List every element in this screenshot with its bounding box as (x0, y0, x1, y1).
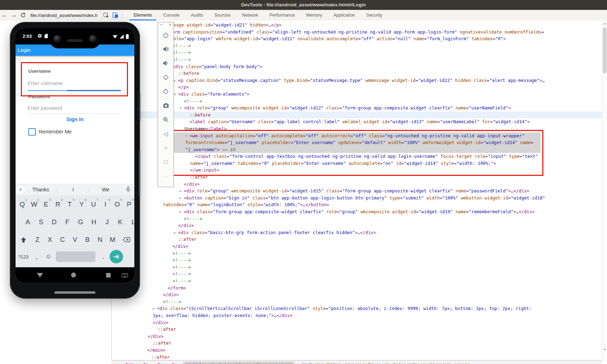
key-t[interactable]: T5 (64, 201, 76, 208)
comma-key[interactable]: , (31, 253, 42, 261)
device-toolbar-toggle[interactable] (111, 11, 120, 19)
code-line[interactable]: </div> (112, 222, 602, 229)
key-v[interactable]: V (69, 236, 81, 244)
toolbar-minimize-button[interactable]: – (160, 22, 163, 28)
code-line[interactable]: <!----> (112, 278, 602, 285)
key-p[interactable]: P0 (123, 201, 134, 208)
remember-me-checkbox[interactable] (28, 128, 36, 136)
key-m[interactable]: M (106, 236, 119, 244)
key-c[interactable]: C (56, 236, 69, 244)
sign-in-button[interactable]: Sign in (16, 117, 134, 122)
enter-key[interactable] (110, 250, 123, 263)
code-line[interactable]: <!----> (112, 49, 602, 56)
key-f[interactable]: F (61, 218, 74, 226)
code-line[interactable]: ::after (112, 340, 602, 347)
code-line[interactable]: ▼<div class="form-elements"> (112, 91, 602, 98)
code-line[interactable]: </div> (112, 333, 602, 340)
nav-home-icon[interactable] (71, 273, 76, 278)
code-line[interactable]: 0" role="app-login" wmform widget-id="wi… (112, 35, 602, 42)
key-k[interactable]: K (113, 218, 127, 226)
code-line[interactable]: ▶<div class="basic-btn-grp form-action p… (112, 229, 602, 236)
key-w[interactable]: W2 (28, 201, 40, 208)
reload-button[interactable] (18, 11, 28, 20)
symbols-key[interactable]: ?123 (16, 254, 31, 259)
rotate-right-button[interactable] (162, 84, 169, 99)
code-line[interactable]: ::before (112, 70, 602, 77)
code-line[interactable]: </p> (112, 84, 602, 91)
key-i[interactable]: I8 (99, 201, 111, 208)
code-line[interactable]: <label caption="Username" class="app-lab… (112, 118, 602, 125)
back-button[interactable]: ← (0, 11, 9, 20)
forward-button[interactable]: → (9, 11, 18, 20)
code-line[interactable]: ▼<div class="panel-body form-body"> (112, 63, 602, 70)
breadcrumb-item-wm-input[interactable]: wm-input.ng-untouched.ng-pristine.ng-val… (183, 362, 294, 364)
suggestion-1[interactable]: Thanks (25, 187, 57, 192)
key-z[interactable]: Z (31, 236, 43, 244)
code-line[interactable]: </div> (112, 243, 602, 250)
code-line[interactable]: <!----> (112, 42, 602, 49)
breadcrumb-item-input[interactable]: input#widget-id14.form-control.app-textb… (299, 362, 472, 364)
nav-back-icon[interactable] (37, 273, 43, 278)
back-button-device[interactable]: ◁ (164, 127, 168, 141)
mic-button[interactable] (122, 186, 134, 192)
key-h[interactable]: H (87, 218, 100, 226)
code-line[interactable]: ▶<div role="group" wmcomposite widget-id… (112, 187, 602, 195)
tab-audits[interactable]: Audits (185, 10, 209, 20)
code-line[interactable]: <!----> (112, 270, 602, 278)
key-u[interactable]: U7 (88, 201, 100, 208)
key-a[interactable]: A (21, 218, 34, 226)
home-button-device[interactable]: ○ (164, 141, 168, 155)
scroll-up-arrow[interactable]: ▲ (602, 21, 607, 26)
suggestion-expand-button[interactable]: > (16, 185, 25, 194)
code-line[interactable]: </main> (112, 347, 602, 354)
breadcrumb-item-div[interactable]: div (155, 362, 164, 364)
key-n[interactable]: N (94, 236, 106, 244)
key-r[interactable]: R4 (52, 201, 64, 208)
breadcrumb-item-form[interactable]: form (124, 362, 136, 364)
tab-console[interactable]: Console (158, 10, 185, 20)
code-line[interactable]: mmessage widget-id="widget-id21" hidden>… (112, 22, 602, 29)
code-line[interactable]: ::after (112, 326, 602, 333)
code-line[interactable]: tabindex="0" name="loginButton" style="w… (112, 201, 602, 208)
tab-application[interactable]: Application (328, 10, 361, 20)
code-line[interactable]: </div> (112, 181, 602, 188)
code-line[interactable]: ▼<div role="group" wmcomposite widget-id… (112, 105, 602, 112)
code-line[interactable]: ::after (112, 354, 602, 360)
inspect-element-button[interactable] (101, 11, 111, 19)
code-line[interactable]: ::after (112, 236, 602, 243)
volume-down-button[interactable] (163, 56, 169, 70)
key-q[interactable]: Q1 (16, 201, 28, 208)
elements-panel[interactable]: mmessage widget-id="widget-id21" hidden>… (111, 20, 602, 360)
code-line[interactable]: ▶<button caption="Sign in" class="btn ap… (112, 195, 602, 202)
code-line[interactable]: <!----> (112, 298, 602, 305)
url-bar[interactable]: file:///android_asset/www/index.h (30, 13, 101, 18)
key-b[interactable]: B (81, 236, 94, 244)
key-d[interactable]: D (48, 218, 61, 226)
shift-key[interactable] (16, 237, 31, 243)
nav-recents-icon[interactable] (106, 273, 111, 278)
breadcrumb-item-div[interactable]: div (141, 362, 150, 364)
code-line[interactable]: </div> (112, 291, 602, 298)
power-button[interactable] (163, 28, 169, 42)
tab-sources[interactable]: Sources (209, 10, 237, 20)
nav-keyboard-hide-icon[interactable] (122, 273, 128, 278)
key-y[interactable]: Y6 (76, 201, 88, 208)
code-line[interactable]: ▼<form captionposition="undefined" class… (112, 29, 602, 36)
backspace-key[interactable] (119, 237, 134, 243)
elements-scrollbar[interactable]: ▲ ▼ (602, 20, 607, 360)
code-line[interactable]: <!----> (112, 215, 602, 222)
code-line[interactable]: ▶<div class="form-group app-composite-wi… (112, 208, 602, 215)
period-key[interactable]: . (97, 253, 110, 261)
scroll-down-arrow[interactable]: ▼ (602, 347, 607, 352)
code-line[interactable]: </form> (112, 285, 602, 292)
tab-memory[interactable]: Memory (300, 10, 328, 20)
code-line[interactable]: <!----> (112, 98, 602, 105)
key-e[interactable]: E3 (40, 201, 52, 208)
tab-performance[interactable]: Performance (264, 10, 300, 20)
code-line[interactable]: </div> (112, 319, 602, 326)
code-line[interactable]: <!----> (112, 257, 602, 264)
code-line[interactable]: ▶<div class="iScrollVerticalScrollbar iS… (112, 305, 602, 312)
code-line[interactable]: 1px; overflow: hidden; pointer-events: n… (112, 312, 602, 319)
zoom-button[interactable] (163, 113, 169, 127)
key-x[interactable]: X (43, 236, 56, 244)
